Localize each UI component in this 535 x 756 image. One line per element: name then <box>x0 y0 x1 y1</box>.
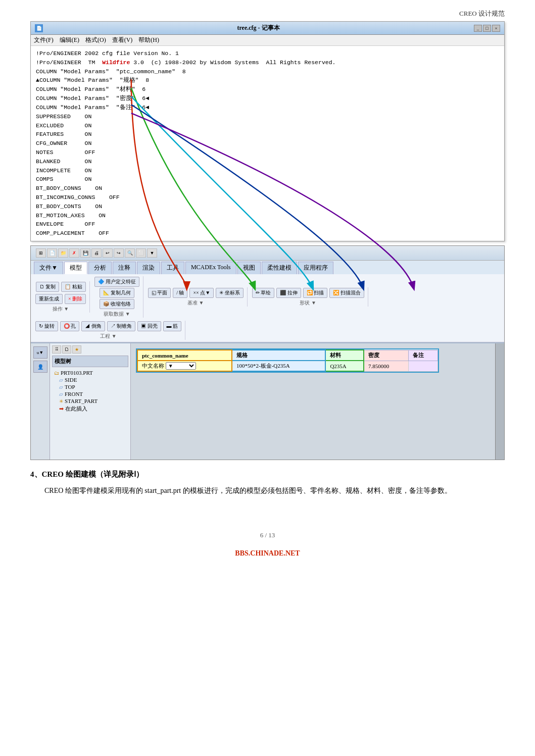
page-header: CREO 设计规范 <box>0 0 535 21</box>
tab-tools[interactable]: 工具 <box>161 262 184 274</box>
ribbon-group-ops: 🗋 复制 📋 粘贴 重新生成 × 删除 操作 ▼ <box>35 281 90 313</box>
btn-scan[interactable]: 🔁 扫描 <box>303 288 328 298</box>
sidebar-icon-copy[interactable]: 🗋 <box>62 345 71 354</box>
btn-scan-blend[interactable]: 🔀 扫描混合 <box>329 288 364 298</box>
btn-copy[interactable]: 🗋 复制 <box>36 282 60 292</box>
toolbar-icon-5[interactable]: 💾 <box>80 248 90 258</box>
toolbar-icon-11[interactable]: ▼ <box>147 248 157 258</box>
btn-extrude[interactable]: ⬛ 拉伸 <box>276 288 301 298</box>
group-label-data: 获取数据 ▼ <box>104 311 130 318</box>
btn-plane[interactable]: ◱ 平面 <box>148 288 171 298</box>
ribbon-group-eng: ↻ 旋转 ⭕ 孔 ◢ 倒角 ↗ 制锥角 ▣ 回壳 ▬ 筋 工程 ▼ <box>35 321 185 340</box>
document-title: CREO 设计规范 <box>459 10 505 17</box>
table-row-1: 中文名称 ▼ 100*50*2-板金-Q235A Q235A 7.850000 <box>137 361 438 371</box>
ribbon-group-shape: ✏ 草绘 ⬛ 拉伸 🔁 扫描 🔀 扫描混合 形状 ▼ <box>252 287 368 307</box>
tree-item-prt[interactable]: 🗂 PRT0103.PRT <box>52 369 128 376</box>
tree-item-insert[interactable]: ➡ 在此插入 <box>52 405 128 413</box>
menu-file[interactable]: 文件(F) <box>34 36 54 44</box>
btn-copy-geo[interactable]: 📐 复制几何 <box>100 288 134 298</box>
start-name: START_PART <box>65 398 98 404</box>
cfg-line-9: EXCLUDED ON <box>36 121 499 130</box>
menu-edit[interactable]: 编辑(E) <box>60 36 79 44</box>
tree-item-front[interactable]: ▱ FRONT <box>52 390 128 397</box>
toolbar-icon-6[interactable]: 🖨 <box>91 248 102 258</box>
btn-coord[interactable]: ✳ 坐标系 <box>216 288 244 298</box>
sidebar-icon-grid[interactable]: ⠿ <box>52 345 61 354</box>
notepad-window: 📄 tree.cfg - 记事本 _ □ × 文件(F) 编辑(E) 格式(O)… <box>30 21 505 460</box>
toolbar-icon-2[interactable]: 📄 <box>47 248 57 258</box>
cfg-line-18: BT_BODY_CONTS ON <box>36 202 499 211</box>
prt-icon: 🗂 <box>54 370 59 376</box>
toolbar-icon-4[interactable]: ✗ <box>69 248 79 258</box>
tab-file[interactable]: 文件▼ <box>34 262 63 274</box>
prt-name: PRT0103.PRT <box>61 370 93 376</box>
menu-format[interactable]: 格式(O) <box>85 36 106 44</box>
sidebar-icon-star[interactable]: ★ <box>72 345 81 354</box>
model-tree-label: 模型树 <box>55 358 71 364</box>
insert-name: 在此插入 <box>65 405 87 413</box>
menu-help[interactable]: 帮助(H) <box>138 36 159 44</box>
close-button[interactable]: × <box>492 25 500 32</box>
btn-axis[interactable]: / 轴 <box>173 288 187 298</box>
cfg-line-21: COMP_PLACEMENT OFF <box>36 229 499 238</box>
col-beizhu: 备注 <box>408 350 437 361</box>
ptc-dropdown[interactable]: ▼ <box>166 362 196 370</box>
toolbar-icon-8[interactable]: ↪ <box>114 248 124 258</box>
toolbar-icon-9[interactable]: 🔍 <box>125 248 135 258</box>
tree-item-top[interactable]: ▱ TOP <box>52 383 128 390</box>
btn-point[interactable]: ×× 点▼ <box>189 288 214 298</box>
btn-shrink[interactable]: 📦 收缩包络 <box>100 299 134 309</box>
creo-toolbar-top: ⊞ 📄 📁 ✗ 💾 🖨 ↩ ↪ 🔍 ⬜ ▼ <box>31 246 504 261</box>
cfg-line-16: BT_BODY_CONNS ON <box>36 184 499 193</box>
btn-rib[interactable]: ▬ 筋 <box>163 321 182 331</box>
cell-guige: 100*50*2-板金-Q235A <box>232 361 325 371</box>
cfg-line-1: !Pro/ENGINEER 2002 cfg file Version No. … <box>36 49 499 58</box>
btn-shell[interactable]: ▣ 回壳 <box>137 321 161 331</box>
btn-chamfer[interactable]: ◢ 倒角 <box>81 321 105 331</box>
front-name: FRONT <box>65 391 83 397</box>
toolbar-icon-7[interactable]: ↩ <box>103 248 113 258</box>
btn-paste[interactable]: 📋 粘贴 <box>61 282 86 292</box>
btn-hole[interactable]: ⭕ 孔 <box>60 321 80 331</box>
tree-item-side[interactable]: ▱ SIDE <box>52 376 128 383</box>
side-icon: ▱ <box>59 377 63 383</box>
cell-midu: 7.850000 <box>364 361 408 371</box>
group-label-eng: 工程 ▼ <box>100 333 116 340</box>
btn-user-feature[interactable]: 🔷 用户定义特征 <box>94 277 139 287</box>
left-nav-u[interactable]: u▼ <box>33 346 47 359</box>
btn-sketch[interactable]: ✏ 草绘 <box>252 288 275 298</box>
top-icon: ▱ <box>59 384 63 390</box>
left-nav-user[interactable]: 👤 <box>33 361 47 373</box>
tab-analysis[interactable]: 分析 <box>88 262 112 274</box>
notepad-app-icon: 📄 <box>35 24 43 32</box>
minimize-button[interactable]: _ <box>474 25 482 32</box>
cfg-line-13: BLANKED ON <box>36 157 499 166</box>
tree-item-start[interactable]: ✳ START_PART <box>52 397 128 405</box>
tab-flex[interactable]: 柔性建模 <box>262 262 297 274</box>
tab-app[interactable]: 应用程序 <box>298 262 333 274</box>
tab-render[interactable]: 渲染 <box>137 262 160 274</box>
tab-annotation[interactable]: 注释 <box>113 262 136 274</box>
creo-window: ⊞ 📄 📁 ✗ 💾 🖨 ↩ ↪ 🔍 ⬜ ▼ 文件▼ 模型 <box>30 245 505 460</box>
btn-draft[interactable]: ↗ 制锥角 <box>107 321 136 331</box>
vertical-scrollbar[interactable] <box>495 343 504 460</box>
ribbon-group-datum: ◱ 平面 / 轴 ×× 点▼ ✳ 坐标系 基准 ▼ <box>148 287 248 307</box>
btn-rotate[interactable]: ↻ 旋转 <box>35 321 58 331</box>
tab-mcadex[interactable]: MCADEx Tools <box>185 262 236 274</box>
toolbar-icon-10[interactable]: ⬜ <box>136 248 146 258</box>
cfg-line-20: ENVELOPE OFF <box>36 220 499 229</box>
toolbar-icon-1[interactable]: ⊞ <box>36 248 46 258</box>
toolbar-icon-3[interactable]: 📁 <box>58 248 68 258</box>
btn-regen[interactable]: 重新生成 <box>35 294 63 304</box>
col-midu: 密度 <box>364 350 408 361</box>
creo-work-area: u▼ 👤 ⠿ 🗋 ★ 模型树 🗂 PRT01 <box>31 343 504 460</box>
btn-delete[interactable]: × 删除 <box>65 294 86 304</box>
tab-model[interactable]: 模型 <box>64 262 87 274</box>
menu-view[interactable]: 查看(V) <box>112 36 133 44</box>
col-guige: 规格 <box>232 350 325 361</box>
tab-view[interactable]: 视图 <box>237 262 261 274</box>
group-label-ops: 操作 ▼ <box>53 306 69 313</box>
restore-button[interactable]: □ <box>483 25 491 32</box>
notepad-content: !Pro/ENGINEER 2002 cfg file Version No. … <box>31 46 504 241</box>
model-tree-header: 模型树 <box>52 356 128 367</box>
